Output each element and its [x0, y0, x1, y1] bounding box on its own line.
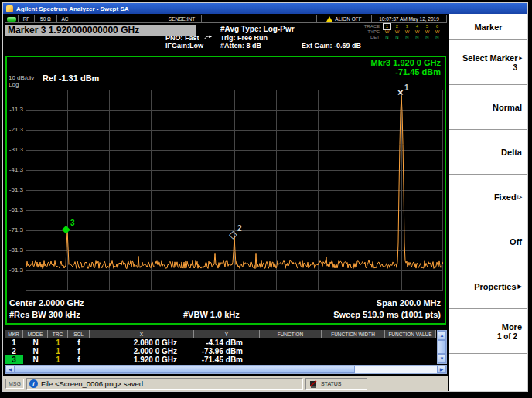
analyzer-window: Agilent Spectrum Analyzer - Swept SA RF …	[2, 2, 528, 392]
v-scroll-thumb[interactable]	[438, 340, 446, 354]
y-axis-label: -61.3	[7, 206, 23, 213]
header-scl: SCL	[68, 330, 90, 338]
trace-status-table: TRACE 1 2 3 4 5 6 TYPE W W W W W W DET N…	[360, 24, 446, 40]
trace-3-number: 3	[402, 24, 412, 29]
softkey-sublabel: 3	[513, 63, 522, 72]
cell-mode: N	[23, 355, 48, 364]
cell-x: 2.080 0 GHz	[90, 338, 194, 347]
vbw-readout: #VBW 1.0 kHz	[183, 310, 240, 319]
trace-4-type: W	[412, 29, 422, 35]
softkey-select-marker[interactable]: Select Marker▸ 3	[449, 40, 527, 85]
y-axis-label: -71.3	[7, 226, 23, 233]
scale-per-div: 10 dB/div	[9, 74, 34, 81]
grid-and-trace: ×1◇2◆3	[26, 90, 443, 291]
trace-1-number: 1	[384, 24, 390, 29]
scroll-down-button[interactable]: ▼	[438, 354, 446, 363]
cell-y: -4.14 dBm	[194, 338, 260, 347]
table-row[interactable]: 1 N 1 f 2.080 0 GHz -4.14 dBm	[5, 338, 436, 347]
span-readout: Span 200.0 MHz	[377, 298, 441, 308]
scroll-up-button[interactable]: ▲	[438, 331, 446, 340]
softkey-label: Select Marker	[462, 53, 518, 63]
pno-text: PNO: Fast	[165, 34, 200, 42]
cell-mode: N	[23, 347, 48, 355]
ref-level: Ref -1.31 dBm	[43, 73, 99, 83]
cell-mkr: 1	[5, 338, 23, 347]
softkey-delta[interactable]: Delta	[449, 130, 527, 175]
header-mode: MODE	[23, 330, 48, 338]
submenu-arrow-icon: ▷	[518, 194, 522, 200]
message-bar: MSG i File <Screen_0006.png> saved STATU…	[3, 376, 448, 391]
trace-5-number: 5	[422, 24, 432, 29]
y-axis-label: -31.3	[7, 146, 23, 153]
cell-scl: f	[68, 355, 90, 364]
h-scroll-track[interactable]	[355, 366, 437, 373]
softkey-panel: Marker Select Marker▸ 3 Normal Delta Fix…	[448, 14, 527, 391]
header-y: Y	[194, 330, 260, 338]
trace-3-detector: N	[402, 35, 412, 40]
table-v-scrollbar[interactable]: ▲ ▼	[437, 330, 447, 364]
status-spacer	[73, 15, 162, 23]
submenu-arrow-icon: ▶	[518, 284, 522, 290]
softkey-off[interactable]: Off	[449, 219, 527, 264]
header-function-value: FUNCTION VALUE	[385, 330, 436, 338]
scale-type: Log	[9, 81, 19, 88]
table-row[interactable]: 3 N 1 f 1.920 0 GHz -71.45 dBm	[5, 355, 436, 364]
scroll-left-button[interactable]: ◀	[5, 366, 15, 373]
ifgain-setting: IFGain:Low	[165, 42, 203, 49]
trace-1-type: W	[382, 29, 392, 35]
trace-2-type: W	[392, 29, 402, 35]
active-marker-frequency: Mkr3 1.920 0 GHz	[371, 58, 442, 67]
message-field: i File <Screen_0006.png> saved	[26, 378, 303, 390]
msg-label: MSG	[5, 379, 24, 389]
status-label: STATUS	[321, 381, 342, 386]
softkey-properties[interactable]: Properties▶	[449, 264, 527, 309]
instrument-display: RF 50 Ω AC SENSE:INT ALIGN OFF 10:07:37 …	[3, 14, 448, 391]
marker-table-header: MKR MODE TRC SCL X Y FUNCTION FUNCTION W…	[5, 330, 436, 338]
trace-row-label: TRACE	[360, 24, 380, 29]
active-marker-readout: Mkr3 1.920 0 GHz -71.45 dBm	[371, 58, 442, 77]
table-h-scrollbar[interactable]: ◀ ▶	[5, 365, 447, 374]
y-axis-label: -41.3	[7, 166, 23, 173]
header-trc: TRC	[48, 330, 68, 338]
y-axis-label: -81.3	[7, 247, 23, 253]
top-status-strip: RF 50 Ω AC SENSE:INT ALIGN OFF 10:07:37 …	[5, 15, 447, 23]
softkey-label: Normal	[493, 103, 522, 112]
softkey-label: More	[502, 322, 522, 332]
softkey-normal[interactable]: Normal	[449, 85, 527, 130]
cell-trc: 1	[48, 347, 68, 355]
y-axis-label: -91.3	[7, 267, 23, 274]
y-axis-label: -21.3	[7, 126, 23, 133]
trace-1-detector: N	[382, 35, 392, 40]
titlebar: Agilent Spectrum Analyzer - Swept SA	[3, 3, 527, 14]
softkey-menu-title: Marker	[449, 14, 527, 40]
table-row[interactable]: 2 N 1 f 2.000 0 GHz -73.96 dBm	[5, 347, 436, 355]
det-row-label: DET	[360, 35, 380, 40]
cell-y: -73.96 dBm	[194, 347, 260, 355]
trace-5-type: W	[422, 29, 432, 35]
y-axis-label: -51.3	[7, 186, 23, 193]
h-scroll-thumb[interactable]	[15, 366, 355, 373]
type-row-label: TYPE	[360, 29, 380, 35]
status-spacer	[201, 15, 317, 23]
clock: 10:07:37 AM May 12, 2019	[371, 15, 447, 23]
softkey-label: Properties	[474, 282, 516, 291]
softkey-fixed[interactable]: Fixed▷	[449, 175, 527, 219]
cell-mkr: 2	[5, 347, 23, 355]
softkey-more[interactable]: More 1 of 2	[449, 309, 527, 354]
y-axis-label: -11.3	[7, 106, 23, 113]
info-icon: i	[29, 379, 38, 388]
marker-table: MKR MODE TRC SCL X Y FUNCTION FUNCTION W…	[5, 330, 436, 364]
avg-type-setting: #Avg Type: Log-Pwr	[220, 25, 295, 33]
sense-indicator: SENSE:INT	[162, 15, 202, 23]
sweep-indicator	[5, 15, 19, 23]
softkey-sublabel: 1 of 2	[497, 332, 522, 341]
coupling-indicator: AC	[56, 15, 73, 23]
cell-mode: N	[23, 338, 48, 347]
cell-x: 1.920 0 GHz	[90, 355, 194, 364]
align-warning: ALIGN OFF	[316, 15, 372, 23]
ext-gain-setting: Ext Gain: -0.69 dB	[302, 42, 361, 49]
scroll-right-button[interactable]: ▶	[437, 366, 446, 373]
cell-scl: f	[68, 338, 90, 347]
trace-6-detector: N	[432, 35, 442, 40]
continuous-sweep-icon	[7, 17, 16, 22]
